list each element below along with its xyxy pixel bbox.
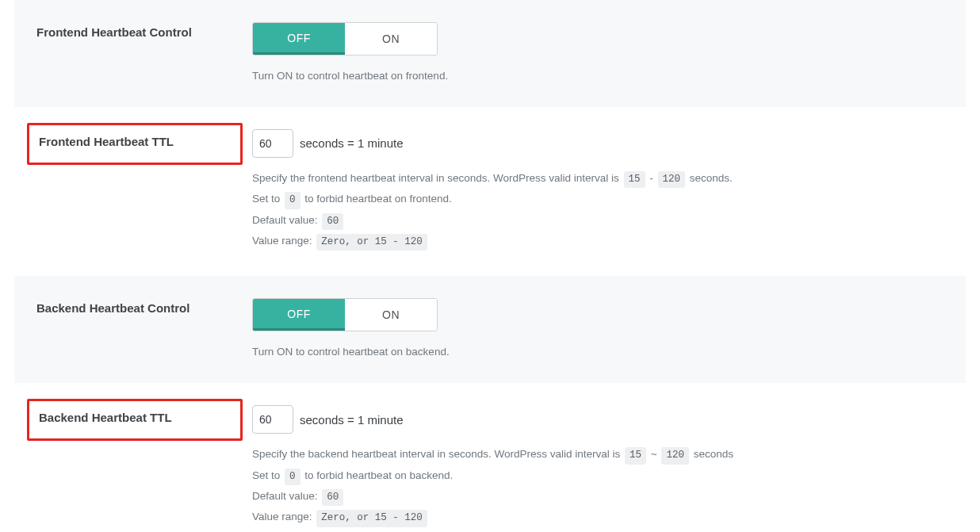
default-label: Default value: (252, 490, 320, 502)
help-fragment: Specify the frontend heartbeat interval … (252, 172, 622, 184)
setting-label: Frontend Heartbeat TTL (39, 135, 174, 148)
help-fragment: to forbid heartbeat on frontend. (304, 193, 451, 205)
toggle-on-button[interactable]: ON (345, 23, 437, 55)
help-fragment: to forbid heartbeat on backend. (304, 469, 453, 481)
code-chip: 15 (625, 447, 646, 464)
toggle-on-button[interactable]: ON (345, 299, 437, 331)
row-backend-heartbeat-control: Backend Heartbeat Control OFF ON Turn ON… (14, 276, 966, 383)
control-col: OFF ON Turn ON to control heartbeat on f… (252, 22, 950, 85)
ttl-unit-text: seconds = 1 minute (300, 136, 404, 150)
highlight-box: Frontend Heartbeat TTL (27, 123, 243, 165)
control-col: seconds = 1 minute Specify the backend h… (252, 405, 950, 530)
range-label: Value range: (252, 235, 315, 247)
range-label: Value range: (252, 511, 315, 522)
toggle-off-button[interactable]: OFF (253, 299, 345, 331)
help-fragment: ~ (651, 448, 660, 460)
setting-label: Backend Heartbeat Control (36, 301, 189, 315)
help-fragment: - (649, 172, 656, 184)
backend-ttl-input[interactable] (252, 405, 293, 434)
label-col: Backend Heartbeat TTL (29, 405, 252, 431)
help-text: Turn ON to control heartbeat on backend. (252, 344, 950, 361)
setting-label: Frontend Heartbeat Control (36, 25, 192, 39)
highlight-box: Backend Heartbeat TTL (27, 399, 243, 441)
row-frontend-heartbeat-control: Frontend Heartbeat Control OFF ON Turn O… (14, 0, 966, 107)
row-backend-heartbeat-ttl: Backend Heartbeat TTL seconds = 1 minute… (14, 383, 966, 532)
help-line: Turn ON to control heartbeat on backend. (252, 346, 450, 358)
code-chip: Zero, or 15 - 120 (316, 510, 427, 526)
code-chip: Zero, or 15 - 120 (316, 234, 427, 251)
code-chip: 0 (285, 192, 301, 209)
code-chip: 120 (661, 447, 689, 464)
label-col: Backend Heartbeat Control (29, 298, 252, 315)
label-col: Frontend Heartbeat Control (29, 22, 252, 39)
label-col: Frontend Heartbeat TTL (29, 129, 252, 155)
help-line: Turn ON to control heartbeat on frontend… (252, 70, 448, 82)
code-chip: 60 (322, 489, 343, 506)
row-frontend-heartbeat-ttl: Frontend Heartbeat TTL seconds = 1 minut… (14, 107, 966, 277)
code-chip: 0 (285, 469, 301, 485)
default-label: Default value: (252, 214, 320, 226)
ttl-unit-text: seconds = 1 minute (300, 413, 404, 427)
help-fragment: Set to (252, 469, 283, 481)
help-fragment: seconds. (690, 172, 733, 184)
code-chip: 120 (658, 171, 686, 188)
toggle-backend-control[interactable]: OFF ON (252, 298, 438, 331)
help-text: Specify the backend heartbeat interval i… (252, 446, 950, 527)
help-text: Turn ON to control heartbeat on frontend… (252, 68, 950, 85)
help-fragment: Set to (252, 193, 283, 205)
control-col: OFF ON Turn ON to control heartbeat on b… (252, 298, 950, 361)
control-col: seconds = 1 minute Specify the frontend … (252, 129, 950, 255)
help-fragment: Specify the backend heartbeat interval i… (252, 448, 623, 460)
code-chip: 15 (624, 171, 645, 188)
toggle-off-button[interactable]: OFF (253, 23, 345, 55)
help-text: Specify the frontend heartbeat interval … (252, 170, 950, 251)
setting-label: Backend Heartbeat TTL (39, 411, 172, 424)
toggle-frontend-control[interactable]: OFF ON (252, 22, 438, 55)
help-fragment: seconds (694, 448, 733, 460)
code-chip: 60 (322, 213, 343, 230)
frontend-ttl-input[interactable] (252, 129, 293, 158)
